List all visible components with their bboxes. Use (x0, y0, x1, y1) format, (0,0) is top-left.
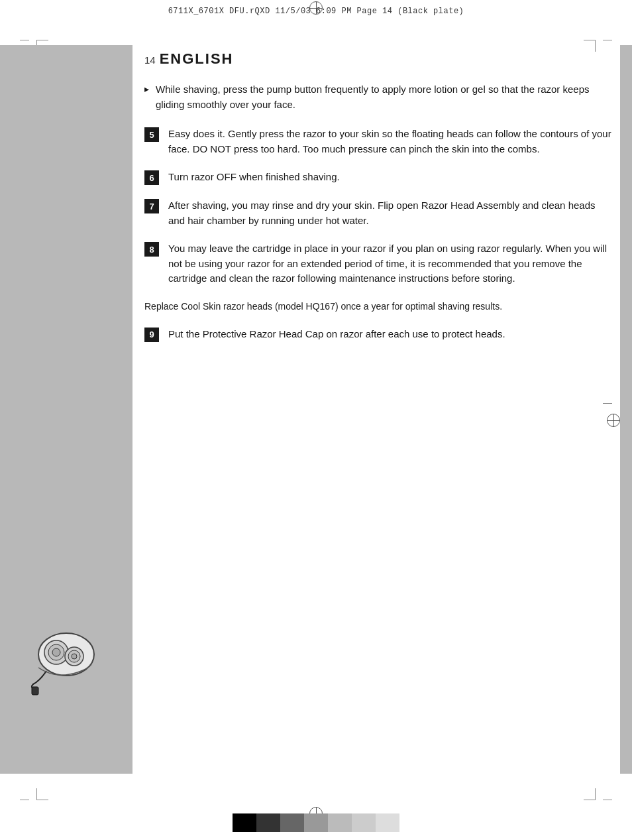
page-header: 14 ENGLISH (144, 45, 613, 68)
cal-square-dark (256, 813, 280, 832)
file-info-header: 6711X_6701X DFU.rQXD 11/5/03 6:09 PM Pag… (0, 7, 632, 16)
replace-note-text: Replace Cool Skin razor heads (model HQ1… (144, 301, 502, 312)
step-6-text: Turn razor OFF when finished shaving. (168, 170, 340, 185)
side-trim-rt (603, 40, 612, 40)
cal-square-light (328, 813, 352, 832)
color-calibration-strip (0, 813, 632, 832)
cal-square-lighter (352, 813, 376, 832)
svg-point-3 (52, 648, 60, 656)
cal-square-lightest (376, 813, 399, 832)
razor-image (0, 608, 132, 707)
bullet-pump-text: While shaving, press the pump button fre… (156, 82, 613, 112)
step-8-text: You may leave the cartridge in place in … (168, 241, 613, 286)
step-7: 7 After shaving, you may rinse and dry y… (144, 198, 613, 228)
replace-note: Replace Cool Skin razor heads (model HQ1… (144, 300, 613, 314)
step-5-text: Easy does it. Gently press the razor to … (168, 127, 613, 156)
step-5-number: 5 (144, 127, 159, 142)
cal-square-mid (280, 813, 304, 832)
bullet-item-pump: ▸ While shaving, press the pump button f… (144, 82, 613, 112)
page-number: 14 (144, 54, 156, 66)
step-9-text: Put the Protective Razor Head Cap on raz… (168, 327, 505, 342)
trim-mark-bl (36, 788, 48, 800)
step-6: 6 Turn razor OFF when finished shaving. (144, 170, 613, 185)
bullet-diamond-icon: ▸ (144, 84, 149, 94)
step-8: 8 You may leave the cartridge in place i… (144, 241, 613, 286)
step-7-number: 7 (144, 199, 159, 213)
side-trim-rb (603, 800, 612, 800)
cal-square-light-mid (304, 813, 328, 832)
step-9: 9 Put the Protective Razor Head Cap on r… (144, 327, 613, 342)
razor-svg (20, 618, 113, 697)
left-sidebar (0, 45, 132, 774)
page-language: ENGLISH (160, 50, 234, 68)
step-6-number: 6 (144, 170, 159, 185)
step-9-number: 9 (144, 328, 159, 342)
svg-rect-7 (32, 687, 38, 695)
side-trim-lb (20, 800, 29, 800)
main-content-area: 14 ENGLISH ▸ While shaving, press the pu… (144, 45, 613, 787)
cal-square-black (233, 813, 256, 832)
step-7-text: After shaving, you may rinse and dry you… (168, 198, 613, 228)
right-sidebar (620, 45, 632, 774)
step-8-number: 8 (144, 242, 159, 257)
step-5: 5 Easy does it. Gently press the razor t… (144, 127, 613, 156)
trim-mark-br (584, 788, 596, 800)
side-trim-lt (20, 40, 29, 40)
svg-point-6 (72, 654, 77, 659)
